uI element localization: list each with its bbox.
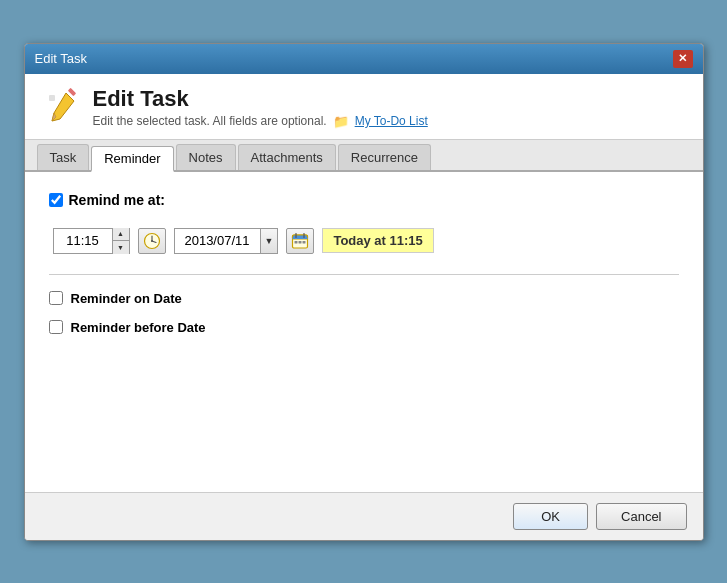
folder-icon: 📁 xyxy=(333,114,349,129)
dialog-title: Edit Task xyxy=(93,86,428,112)
time-up-button[interactable]: ▲ xyxy=(113,228,129,241)
reminder-on-date-checkbox[interactable] xyxy=(49,291,63,305)
time-spin-buttons: ▲ ▼ xyxy=(112,228,129,254)
remind-me-row: Remind me at: xyxy=(49,192,679,208)
content-area: Remind me at: ▲ ▼ xyxy=(25,172,703,492)
header-text: Edit Task Edit the selected task. All fi… xyxy=(93,86,428,129)
svg-point-7 xyxy=(151,240,153,242)
svg-rect-13 xyxy=(295,241,298,244)
svg-rect-14 xyxy=(299,241,302,244)
svg-rect-15 xyxy=(303,241,306,244)
subtitle-text: Edit the selected task. All fields are o… xyxy=(93,114,327,128)
calendar-picker-button[interactable] xyxy=(286,228,314,254)
time-input[interactable] xyxy=(54,229,112,253)
svg-rect-0 xyxy=(49,95,55,101)
reminder-before-date-row: Reminder before Date xyxy=(49,320,679,335)
cancel-button[interactable]: Cancel xyxy=(596,503,686,530)
tab-reminder[interactable]: Reminder xyxy=(91,146,173,172)
time-picker-button[interactable] xyxy=(138,228,166,254)
reminder-on-date-row: Reminder on Date xyxy=(49,291,679,306)
header-area: Edit Task Edit the selected task. All fi… xyxy=(25,74,703,140)
divider xyxy=(49,274,679,275)
remind-me-checkbox[interactable] xyxy=(49,193,63,207)
close-button[interactable]: ✕ xyxy=(673,50,693,68)
svg-rect-10 xyxy=(293,237,308,239)
title-bar: Edit Task ✕ xyxy=(25,44,703,74)
header-subtitle: Edit the selected task. All fields are o… xyxy=(93,114,428,129)
edit-task-window: Edit Task ✕ Edit Task Edit the selected … xyxy=(24,43,704,541)
svg-rect-3 xyxy=(67,88,75,96)
time-date-row: ▲ ▼ ▼ xyxy=(53,228,679,254)
date-input: ▼ xyxy=(174,228,279,254)
date-field[interactable] xyxy=(175,229,260,253)
remind-me-label: Remind me at: xyxy=(69,192,165,208)
tab-task[interactable]: Task xyxy=(37,144,90,170)
footer: OK Cancel xyxy=(25,492,703,540)
tabs-bar: Task Reminder Notes Attachments Recurren… xyxy=(25,140,703,172)
today-badge: Today at 11:15 xyxy=(322,228,433,253)
time-down-button[interactable]: ▼ xyxy=(113,241,129,254)
reminder-before-date-label: Reminder before Date xyxy=(71,320,206,335)
reminder-before-date-checkbox[interactable] xyxy=(49,320,63,334)
tab-recurrence[interactable]: Recurrence xyxy=(338,144,431,170)
edit-task-icon xyxy=(41,87,81,127)
time-spinner: ▲ ▼ xyxy=(53,228,130,254)
ok-button[interactable]: OK xyxy=(513,503,588,530)
tab-notes[interactable]: Notes xyxy=(176,144,236,170)
my-todo-link[interactable]: My To-Do List xyxy=(355,114,428,128)
window-title: Edit Task xyxy=(35,51,88,66)
reminder-on-date-label: Reminder on Date xyxy=(71,291,182,306)
date-dropdown-button[interactable]: ▼ xyxy=(260,229,278,253)
tab-attachments[interactable]: Attachments xyxy=(238,144,336,170)
